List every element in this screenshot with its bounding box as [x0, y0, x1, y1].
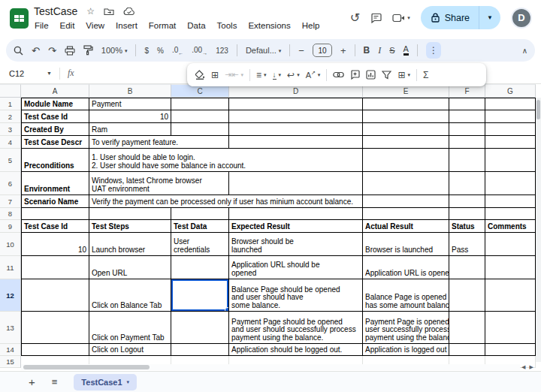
cell-F3[interactable] — [449, 123, 485, 136]
bold-button[interactable]: B — [364, 45, 370, 56]
cell-G2[interactable] — [485, 110, 536, 123]
cell-B6[interactable]: Windows, latest Chrome browser UAT envir… — [89, 172, 229, 195]
cell-C12[interactable] — [171, 279, 229, 312]
menu-extensions[interactable]: Extensions — [248, 21, 290, 30]
horizontal-scrollbar[interactable] — [21, 364, 520, 370]
menu-data[interactable]: Data — [187, 21, 205, 30]
cell-A9[interactable]: Test Case Id — [21, 220, 89, 233]
row-header-2[interactable]: 2 — [0, 110, 21, 123]
cell-D2[interactable] — [229, 110, 363, 123]
create-filter-icon[interactable] — [382, 71, 391, 80]
cell-F1[interactable] — [449, 98, 485, 110]
cell-B13[interactable]: Click on Payment Tab — [89, 312, 171, 344]
cell-F9[interactable]: Status — [449, 220, 485, 233]
more-formats-button[interactable]: 123 — [216, 47, 228, 55]
hscroll-arrows[interactable]: ◀▶ — [521, 364, 533, 370]
table-views-button[interactable]: ⊞▾ — [397, 71, 410, 80]
functions-sigma-button[interactable]: Σ — [423, 70, 428, 80]
cell-D6[interactable] — [229, 172, 363, 195]
sheet-tab-active[interactable]: TestCase1 ▾ — [74, 374, 137, 390]
increase-font-size-button[interactable]: + — [340, 45, 346, 56]
cell-F10[interactable]: Pass — [449, 233, 485, 256]
cell-D11[interactable]: Application URL should be opened — [229, 256, 363, 279]
name-box[interactable]: C12 — [0, 69, 47, 78]
cell-A6[interactable]: Environment — [21, 172, 89, 195]
sheets-logo-icon[interactable] — [10, 8, 29, 29]
col-header-B[interactable]: B — [89, 84, 171, 98]
cell-E6[interactable] — [363, 172, 449, 195]
cell-B9[interactable]: Test Steps — [89, 220, 171, 233]
cell-B11[interactable]: Open URL — [89, 256, 171, 279]
menu-edit[interactable]: Edit — [60, 21, 75, 30]
format-percent-button[interactable]: % — [157, 47, 164, 55]
cell-G8[interactable] — [485, 208, 536, 220]
cell-F6[interactable] — [449, 172, 485, 195]
cell-B12[interactable]: Click on Balance Tab — [89, 279, 171, 312]
share-button[interactable]: Share ▼ — [421, 6, 500, 29]
text-color-button[interactable]: A — [403, 45, 409, 56]
cell-E10[interactable]: Browser is launched — [363, 233, 449, 256]
cell-B1[interactable]: Payment — [89, 98, 171, 110]
row-header-6[interactable]: 6 — [0, 172, 21, 195]
cell-D13[interactable]: Payment Page should be opened and user s… — [229, 312, 363, 344]
insert-chart-icon[interactable] — [366, 70, 376, 80]
cell-A13[interactable] — [21, 312, 89, 344]
cell-E8[interactable] — [363, 208, 449, 220]
add-sheet-button[interactable]: + — [29, 375, 35, 388]
menu-help[interactable]: Help — [302, 21, 320, 30]
row-header-8[interactable]: 8 — [0, 208, 21, 220]
text-wrapping-button[interactable]: ↩▾ — [287, 71, 300, 80]
cell-D14[interactable]: Application should be logged out. — [229, 344, 363, 356]
cell-A12[interactable] — [21, 279, 89, 312]
cell-D12[interactable]: Balance Page should be opened and user s… — [229, 279, 363, 312]
cell-G13[interactable] — [485, 312, 536, 344]
cell-G11[interactable] — [485, 256, 536, 279]
row-header-10[interactable]: 10 — [0, 233, 21, 256]
cell-E9[interactable]: Actual Result — [363, 220, 449, 233]
share-dropdown[interactable]: ▼ — [479, 14, 500, 21]
menu-insert[interactable]: Insert — [116, 21, 138, 30]
cell-D4[interactable] — [229, 136, 363, 149]
cell-G9[interactable]: Comments — [485, 220, 536, 233]
cell-E3[interactable] — [363, 123, 449, 136]
increase-decimal-button[interactable]: .00→ — [192, 46, 207, 56]
cell-B7[interactable]: Verify the payment can be processed only… — [89, 195, 363, 208]
cell-D10[interactable]: Browser should be launched — [229, 233, 363, 256]
cell-E12[interactable]: Balance Page is opened and user has some… — [363, 279, 449, 312]
cell-C9[interactable]: Test Data — [171, 220, 229, 233]
cell-E14[interactable]: Application is logged out — [363, 344, 449, 356]
decrease-font-size-button[interactable]: − — [298, 45, 304, 56]
col-header-A[interactable]: A — [21, 84, 89, 98]
row-header-15[interactable]: 15 — [0, 356, 21, 368]
cell-G3[interactable] — [485, 123, 536, 136]
cell-A1[interactable]: Module Name — [21, 98, 89, 110]
cell-D1[interactable] — [229, 98, 363, 110]
cell-C3[interactable] — [171, 123, 229, 136]
cell-G1[interactable] — [485, 98, 536, 110]
document-title[interactable]: TestCase — [34, 5, 77, 17]
insert-comment-icon[interactable] — [350, 70, 360, 80]
row-header-11[interactable]: 11 — [0, 256, 21, 279]
zoom-select[interactable]: 100%▾ — [101, 47, 128, 55]
undo-icon[interactable]: ↶ — [32, 45, 40, 56]
cell-C13[interactable] — [171, 312, 229, 344]
cell-E4[interactable] — [363, 136, 449, 149]
redo-icon[interactable]: ↷ — [48, 45, 56, 56]
cell-A5[interactable]: Preconditions — [21, 149, 89, 172]
menu-format[interactable]: Format — [149, 21, 176, 30]
strikethrough-button[interactable]: S — [389, 46, 394, 55]
cell-F12[interactable] — [449, 279, 485, 312]
cell-G4[interactable] — [485, 136, 536, 149]
cell-C1[interactable] — [171, 98, 229, 110]
row-header-12[interactable]: 12 — [0, 279, 21, 312]
cell-F11[interactable] — [449, 256, 485, 279]
row-header-9[interactable]: 9 — [0, 220, 21, 233]
format-currency-button[interactable]: $ — [144, 47, 149, 55]
cell-G6[interactable] — [485, 172, 536, 195]
cell-A4[interactable]: Test Case Descr — [21, 136, 89, 149]
cell-D3[interactable] — [229, 123, 363, 136]
cell-A2[interactable]: Test Case Id — [21, 110, 89, 123]
cell-A14[interactable] — [21, 344, 89, 356]
cell-A8[interactable] — [21, 208, 89, 220]
cell-E7[interactable] — [363, 195, 449, 208]
